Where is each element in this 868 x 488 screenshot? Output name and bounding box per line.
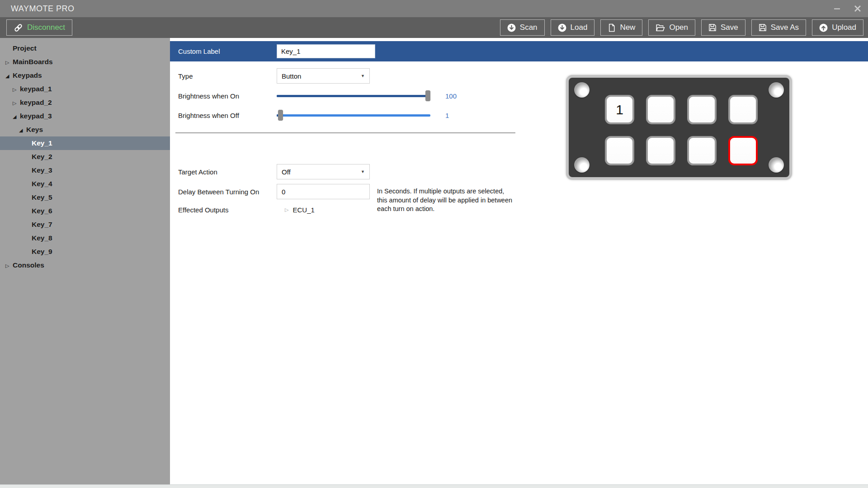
toolbar-button-save-as[interactable]: Save As [751, 19, 806, 36]
target-action-row: Target Action Off ▼ [178, 164, 370, 179]
slider-thumb[interactable] [278, 110, 283, 121]
circle-arrow-up-icon [819, 23, 828, 32]
close-button[interactable] [847, 0, 868, 17]
tree-item-mainboards[interactable]: ▷MainBoards [0, 55, 170, 69]
toolbar-button-label: Scan [520, 23, 538, 32]
project-tree: Project▷MainBoards◢Keypads▷keypad_1▷keyp… [0, 42, 170, 272]
tree-item-label: Key_9 [32, 248, 52, 255]
toolbar-button-new[interactable]: New [600, 19, 642, 36]
brightness-on-slider[interactable] [277, 90, 430, 102]
tree-item-keypads[interactable]: ◢Keypads [0, 69, 170, 82]
toolbar-button-open[interactable]: Open [648, 19, 695, 36]
keypad-preview: 1 [566, 75, 792, 180]
tree-item-key_8[interactable]: Key_8 [0, 231, 170, 245]
keypad-key-8-highlighted[interactable] [728, 136, 758, 165]
tree-item-keypad_2[interactable]: ▷keypad_2 [0, 96, 170, 109]
toolbar-button-label: New [620, 23, 635, 32]
toolbar-button-label: Save As [771, 23, 799, 32]
type-label: Type [178, 72, 277, 80]
keypad-key-6[interactable] [646, 136, 675, 165]
section-divider [175, 132, 515, 133]
expanded-arrow-icon[interactable]: ◢ [5, 70, 13, 83]
tree-item-key_5[interactable]: Key_5 [0, 191, 170, 204]
tree-item-keypad_1[interactable]: ▷keypad_1 [0, 82, 170, 96]
expanded-arrow-icon[interactable]: ◢ [13, 110, 20, 124]
app-title: WAYMOTE PRO [11, 4, 75, 14]
effected-outputs-label: Effected Outputs [178, 206, 277, 214]
tree-item-label: Keypads [13, 71, 42, 79]
effected-outputs-row: Effected Outputs ▷ ECU_1 [178, 206, 315, 214]
target-action-dropdown[interactable]: Off ▼ [277, 164, 370, 179]
minimize-icon [834, 8, 840, 9]
brightness-off-slider[interactable] [277, 109, 430, 121]
window-controls [826, 0, 868, 17]
collapsed-arrow-icon[interactable]: ▷ [13, 83, 20, 97]
keypad-key-label: 1 [616, 102, 623, 117]
target-action-value: Off [282, 168, 291, 176]
horizontal-scrollbar[interactable] [0, 484, 868, 488]
minimize-button[interactable] [826, 0, 847, 17]
tree-item-label: Keys [26, 126, 43, 133]
keypad-key-7[interactable] [687, 136, 717, 165]
keypad-key-5[interactable] [605, 136, 634, 165]
tree-item-label: MainBoards [13, 58, 53, 66]
content: Project▷MainBoards◢Keypads▷keypad_1▷keyp… [0, 38, 868, 484]
tree-item-label: Key_1 [32, 139, 52, 147]
toolbar-button-load[interactable]: Load [551, 19, 595, 36]
effected-outputs-expander[interactable]: ▷ ECU_1 [277, 206, 315, 214]
tree-item-key_3[interactable]: Key_3 [0, 164, 170, 177]
sidebar: Project▷MainBoards◢Keypads▷keypad_1▷keyp… [0, 38, 170, 484]
effected-outputs-value: ECU_1 [292, 206, 314, 214]
slider-thumb[interactable] [425, 90, 430, 101]
brightness-off-label: Brightness when Off [178, 112, 277, 119]
tree-item-label: keypad_1 [20, 85, 52, 93]
tree-item-keypad_3[interactable]: ◢keypad_3 [0, 109, 170, 123]
brightness-on-value: 100 [445, 92, 457, 100]
keypad-key-4[interactable] [728, 95, 758, 124]
custom-label-header: Custom Label [170, 41, 868, 61]
toolbar-button-label: Open [669, 23, 688, 32]
close-icon [854, 5, 861, 12]
app-window: WAYMOTE PRO Disconnect [0, 0, 868, 488]
toolbar-button-label: Load [571, 23, 588, 32]
tree-item-label: Project [13, 44, 37, 52]
custom-label-label: Custom Label [178, 41, 220, 61]
expanded-arrow-icon[interactable]: ◢ [19, 124, 26, 137]
toolbar-button-upload[interactable]: Upload [812, 19, 863, 36]
toolbar-button-save[interactable]: Save [701, 19, 745, 36]
tree-item-key_7[interactable]: Key_7 [0, 218, 170, 231]
tree-item-label: Key_3 [32, 166, 52, 174]
toolbar-button-scan[interactable]: Scan [500, 19, 545, 36]
brightness-off-row: Brightness when Off 1 [178, 109, 449, 121]
screw-icon [769, 82, 784, 98]
collapsed-arrow-icon[interactable]: ▷ [5, 56, 13, 70]
custom-label-input[interactable] [277, 44, 375, 58]
type-dropdown[interactable]: Button ▼ [277, 68, 370, 84]
keypad-key-2[interactable] [646, 95, 675, 124]
tree-item-project[interactable]: Project [0, 42, 170, 55]
tree-item-key_2[interactable]: Key_2 [0, 150, 170, 164]
document-icon [608, 23, 616, 32]
keypad-key-3[interactable] [687, 95, 717, 124]
brightness-on-row: Brightness when On 100 [178, 90, 457, 102]
tree-item-key_4[interactable]: Key_4 [0, 177, 170, 191]
tree-item-label: Key_6 [32, 207, 52, 215]
tree-item-consoles[interactable]: ▷Consoles [0, 258, 170, 272]
tree-item-label: Key_7 [32, 221, 52, 228]
keypad-key-1[interactable]: 1 [605, 95, 634, 124]
toolbar: Disconnect ScanLoadNewOpenSaveSave AsUpl… [0, 17, 868, 38]
tree-item-key_9[interactable]: Key_9 [0, 245, 170, 258]
disconnect-button[interactable]: Disconnect [6, 19, 72, 36]
tree-item-key_6[interactable]: Key_6 [0, 204, 170, 218]
disconnect-label: Disconnect [27, 23, 65, 32]
circle-arrow-down-icon [507, 23, 516, 32]
toolbar-button-label: Upload [832, 23, 856, 32]
delay-row: Delay Between Turning On [178, 184, 370, 199]
tree-item-keys[interactable]: ◢Keys [0, 123, 170, 136]
floppy-icon [708, 23, 717, 32]
collapsed-arrow-icon[interactable]: ▷ [13, 97, 20, 110]
tree-item-key_1[interactable]: Key_1 [0, 136, 170, 150]
delay-input[interactable] [277, 184, 370, 199]
collapsed-arrow-icon[interactable]: ▷ [5, 259, 13, 273]
target-action-label: Target Action [178, 168, 277, 176]
